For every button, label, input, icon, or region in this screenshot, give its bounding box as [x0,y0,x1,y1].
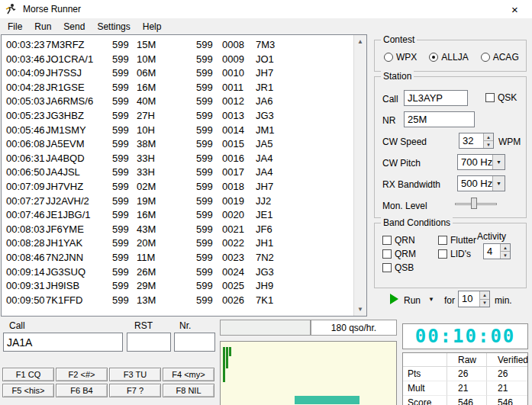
log-chk: JA5 [256,137,272,152]
log-nr_r: 0023 [222,251,256,265]
slider-thumb[interactable] [471,198,477,209]
score-raw-value: 26 [447,367,486,381]
fkey-f5-button[interactable]: F5 <his> [2,384,54,397]
log-nr_r: 0021 [222,223,256,237]
score-verified-value: 26 [486,367,527,381]
spin-down-icon[interactable]: ▼ [500,251,510,259]
contest-legend: Contest [381,34,417,45]
spin-up-icon[interactable]: ▲ [483,133,493,140]
log-chk: 7M3 [256,38,275,53]
log-call: JJ2AVH/2 [46,194,112,209]
qso-log[interactable]: 00:03:237M3RFZ59915M59900087M300:03:46JO… [1,34,367,317]
fkey-f8-button[interactable]: F8 NIL [163,384,214,397]
checkbox-qrm[interactable]: QRM [382,248,437,260]
entry-call-label: Call [9,320,25,331]
log-rst_s: 599 [112,223,137,237]
spin-up-icon[interactable]: ▲ [479,291,489,299]
radio-allja[interactable]: ALLJA [429,51,468,63]
entry-rst-input[interactable] [127,333,171,352]
log-row: 00:04:09JH7SSJ59906M5990010JH7 [2,66,353,81]
menu-item-settings[interactable]: Settings [91,20,136,34]
run-button[interactable]: Run [404,295,421,306]
log-call: JE1JBG/1 [46,208,112,223]
log-time: 00:08:28 [6,236,46,251]
menu-item-file[interactable]: File [2,20,28,34]
log-scrollbar[interactable]: ▲ ▼ [353,35,366,316]
run-play-icon[interactable] [390,294,398,304]
contest-groupbox: Contest WPXALLJAACAG [374,40,527,72]
log-row: 00:09:507K1FFD59913M59900267K1 [2,294,353,308]
qsk-label: QSK [498,92,517,103]
entry-nr-label: Nr. [179,320,191,331]
log-time: 00:08:03 [6,223,46,237]
scroll-up-icon[interactable]: ▲ [354,35,366,48]
checkbox-qrn[interactable]: QRN [382,234,437,246]
entry-call-input[interactable] [3,333,123,352]
menu-item-run[interactable]: Run [28,20,57,34]
checkbox-label: QSB [395,262,414,273]
activity-spinner[interactable]: 4 ▲ ▼ [483,243,511,259]
spin-up-icon[interactable]: ▲ [500,244,510,251]
radio-icon [429,53,438,62]
qsk-checkbox[interactable]: QSK [485,92,517,104]
log-row: 00:09:31JH9ISB59929M5990025JH9 [2,279,353,294]
menu-item-send[interactable]: Send [57,20,91,34]
log-call: JR1GSE [46,81,112,95]
entry-rst-label: RST [134,320,153,331]
log-time: 00:09:14 [6,265,46,280]
wpm-label: WPM [498,137,521,147]
band-conditions-legend: Band Conditions [381,217,453,228]
log-nr_r: 0009 [222,53,256,67]
fkey-f3-button[interactable]: F3 TU [109,368,161,381]
log-rst_s: 599 [112,81,137,95]
station-call-input[interactable] [404,90,468,106]
activity-value: 4 [487,246,492,257]
chevron-down-icon[interactable]: ▼ [492,155,505,169]
run-minutes-spinner[interactable]: 10 ▲ ▼ [458,291,490,307]
log-rst_r: 599 [196,109,222,124]
mon-level-label: Mon. Level [382,201,427,211]
run-dropdown-icon[interactable]: ▼ [428,296,434,303]
entry-nr-input[interactable] [174,333,215,352]
scroll-down-icon[interactable]: ▼ [354,303,366,316]
chevron-down-icon[interactable]: ▼ [492,176,505,191]
radio-wpx[interactable]: WPX [384,51,417,63]
station-nr-input[interactable] [404,111,475,127]
log-rst_r: 599 [196,294,222,308]
log-exch_s: 29M [137,279,196,294]
radio-acag[interactable]: ACAG [481,51,519,63]
log-exch_s: 15M [137,38,196,53]
score-row: Mult2121 [403,381,527,396]
morse-runner-window: Morse Runner × FileRunSendSettingsHelp 0… [0,0,532,405]
log-exch_s: 11M [137,251,196,265]
log-call: JH7SSJ [46,66,112,81]
status-panel [220,320,311,336]
cw-speed-spinner[interactable]: 32 ▲ ▼ [459,133,494,149]
log-call: JF6YME [46,223,112,237]
fkey-f6-button[interactable]: F6 B4 [56,384,108,397]
log-exch_s: 33H [137,166,196,180]
run-minutes-value: 10 [462,293,472,304]
score-rows: Pts2626Mult2121Score546546 [403,367,527,405]
spin-down-icon[interactable]: ▼ [483,140,493,148]
close-icon[interactable]: × [498,0,532,18]
log-exch_s: 40M [137,95,196,109]
log-call: JH1YAK [46,236,112,251]
mon-level-slider[interactable] [455,198,497,210]
spin-down-icon[interactable]: ▼ [479,299,489,307]
checkbox-qsb[interactable]: QSB [382,262,437,274]
fkey-f7-button[interactable]: F7 ? [109,384,161,397]
log-call: JA4JSL [46,166,112,180]
log-time: 00:06:50 [6,166,46,180]
checkbox-label: LID's [450,249,471,259]
fkey-f2-button[interactable]: F2 <#> [56,368,108,381]
log-exch_s: 06M [137,66,196,81]
rx-bandwidth-value: 500 Hz [461,178,492,189]
cw-pitch-dropdown[interactable]: 700 Hz ▼ [457,154,505,170]
menu-item-help[interactable]: Help [137,20,168,34]
fkey-f1-button[interactable]: F1 CQ [2,368,54,381]
rx-bandwidth-dropdown[interactable]: 500 Hz ▼ [457,175,505,191]
log-call: JA6RMS/6 [46,95,112,109]
log-call: 7K1FFD [46,294,112,308]
fkey-f4-button[interactable]: F4 <my> [163,368,214,381]
